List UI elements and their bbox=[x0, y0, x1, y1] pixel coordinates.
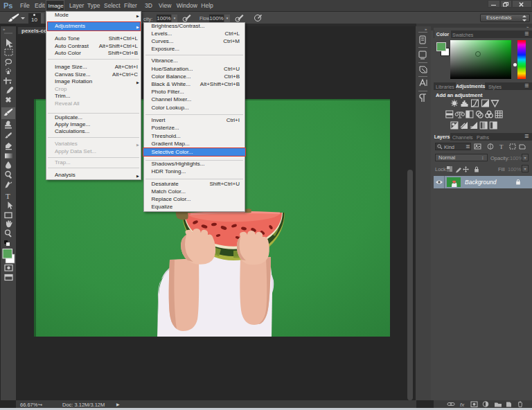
svg-text:T: T bbox=[499, 143, 504, 150]
svg-text:fx: fx bbox=[460, 402, 465, 408]
svg-text:»: » bbox=[3, 27, 6, 31]
svg-text:»: » bbox=[425, 27, 427, 31]
svg-text:T: T bbox=[6, 192, 10, 200]
